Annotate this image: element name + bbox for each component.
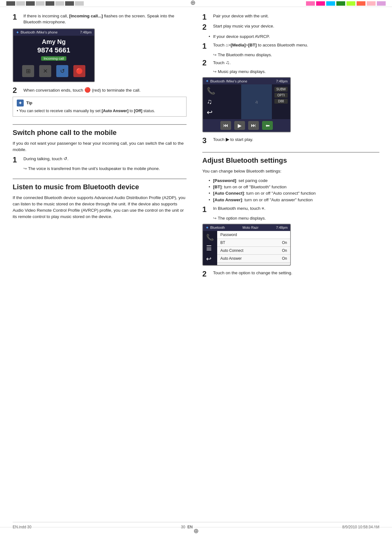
bt-music-steps-section: 1 Pair your device with the unit. 2 Star… [202,13,379,144]
bt-step-5-text: Touch ▶ to start play. [213,137,379,143]
bt-icon-settings: ✦ [205,225,209,230]
settings-row-password: Password [217,231,290,239]
phone-header-text: Bluetooth /Mike's phone [21,30,58,34]
settings-step-num-2: 2 [202,270,211,278]
bt-step-3-text: Touch ⌂>[Media]>[BT] to access Bluetooth… [213,42,379,48]
bar-block-7 [65,1,74,6]
bullet-auto-connect: [Auto Connect]: turn on or off "Auto con… [209,190,379,197]
arrow-icon-3: ↪ [213,69,217,74]
play-button[interactable]: ▶ [234,121,245,130]
confirm-button[interactable]: ⬅ [262,121,273,130]
color-block-lightpink [367,1,376,6]
phone-btn-keypad: ⊞ [22,65,34,77]
section-divider-2 [13,179,187,179]
bt-settings-header-text: Bluetooth [210,226,225,229]
step-num-2: 2 [13,87,21,94]
phone-icon-settings: 📞 [206,234,214,241]
bullet-password: [Password]: set paring code [209,178,379,184]
right-column: 1 Pair your device with the unit. 2 Star… [196,13,379,285]
prev-button[interactable]: ⏮ [220,121,231,130]
settings-step-2-text: Touch on the option to change the settin… [213,270,379,276]
menu-icon-settings: ☰ [206,244,214,252]
top-bar-colors [306,1,386,6]
bt-music-screen-header: ✦ Bluetooth /Mike's phone 7:48pm [203,78,290,84]
switch-call-para: If you do not want your passenger to hea… [13,140,187,153]
phone-header-time: 7:48pm [80,30,92,34]
tip-star-icon: ✦ [17,100,24,106]
bt-settings-body: 📞 ☰ ↩ Password BT On [203,231,290,265]
switch-step-1-sub: ↪ The voice is transferred from the unit… [23,166,187,171]
arrow-icon-4: ↪ [213,216,217,221]
settings-step-1-text: In Bluetooth menu, touch ≡. [213,206,379,212]
phone-btn-transfer: ↺ [56,65,68,77]
bar-block-1 [6,1,15,6]
call-status-badge: Incoming call [41,56,66,61]
phone-icon-row: 📞 [207,87,237,95]
switch-step-1-text: During talking, touch ↺. [23,156,187,162]
bt-music-display: ♫ [241,84,272,119]
settings-row-auto-connect: Auto Connect On [217,247,290,255]
arrow-icon-2: ↪ [213,52,217,57]
bt-bullet-list: If your device support AVRCP. [202,33,379,40]
phone-btn-end-call: 🔴 [73,65,85,77]
bt-step-1: 1 Pair your device with the unit. [202,13,379,21]
bt-step-2-text: Start play music via your device. [213,23,379,29]
center-rotation-icon: ⊕ [190,0,200,8]
switch-step-num-1: 1 [13,156,21,164]
incoming-call-label: [Incoming call...] [69,14,103,18]
switch-call-section: Switch phone call to the mobile If you d… [13,124,187,171]
bt-music-body: 📞 ♫ ↩ ♫ SUBW OPTI [203,84,290,119]
step-1-text: If there is incoming call, [Incoming cal… [23,13,187,25]
bt-step-2: 2 Start play music via your device. [202,23,379,31]
settings-step-1-sub-text: The option menu displays. [218,216,266,221]
end-call-icon: 🔴 [84,87,91,93]
next-button[interactable]: ⏭ [248,121,259,130]
d88-button: D88 [274,99,288,104]
phone-screen-header: ✦ Bluetooth /Mike's phone 7:48pm [13,29,94,36]
phone-screen-incoming: ✦ Bluetooth /Mike's phone 7:48pm Amy Ng … [13,28,95,82]
color-block-orange [357,1,365,6]
bullet-bt: [BT]: turn on or off "Bluetooth" functio… [209,184,379,190]
settings-step-1: 1 In Bluetooth menu, touch ≡. [202,206,379,213]
home-icon: ⌂ [226,43,228,47]
top-bar-blocks [6,1,84,6]
auto-connect-value: On [282,248,287,253]
bt-step-num-3: 1 [202,42,211,50]
caller-number: 9874 5661 [17,46,90,54]
listen-music-title: Listen to music from Bluetooth device [13,183,187,191]
listen-music-para: If the connected Bluetooth device suppor… [13,195,187,220]
incoming-call-section: 1 If there is incoming call, [Incoming c… [13,13,187,117]
bt-step-3-sub: ↪ The Bluetooth menu displays. [213,52,379,57]
settings-step-1-sub: ↪ The option menu displays. [213,216,379,221]
bt-row-label: BT [220,240,225,245]
bullet-auto-answer: [Auto Answer]: turn on or off "Auto answ… [209,197,379,203]
opti-button: OPTI [274,93,288,98]
bar-block-6 [55,1,64,6]
bt-settings-header: ✦ Bluetooth Moto Razr 7:48pm [203,224,290,231]
music-note-icon-large: ♫ [207,98,212,106]
bt-step-num-1: 1 [202,13,211,21]
step-2-text: When conversation ends, touch 🔴 (red) to… [23,87,187,94]
color-block-lime [346,1,355,6]
bt-settings-time: 7:48pm [276,226,288,229]
bt-music-icons: 📞 ♫ ↩ [203,84,241,119]
step-2-end-call: 2 When conversation ends, touch 🔴 (red) … [13,87,187,94]
menu-icon: ≡ [262,206,264,211]
tip-header: ✦ Tip [17,100,182,106]
top-decoration-bar: ⊕ [0,0,392,7]
phone-action-buttons: ⊞ ✕ ↺ 🔴 [17,63,90,79]
adjust-bt-para: You can change below Bluetooth settings: [202,168,379,174]
bt-row-value: On [282,240,287,245]
back-icon-row: ↩ [207,108,237,117]
bt-settings-rows: Password BT On Auto Connect On Auto A [217,231,290,265]
auto-answer-label: [Auto Answer] [101,109,128,113]
bt-step-5: 3 Touch ▶ to start play. [202,137,379,144]
bt-music-side-buttons: SUBW OPTI D88 [272,84,290,119]
color-block-pink [306,1,315,6]
caller-name: Amy Ng [17,38,90,46]
switch-step-1: 1 During talking, touch ↺. [13,156,187,164]
bar-block-5 [46,1,54,6]
color-block-magenta [316,1,325,6]
bt-label: [BT] [248,43,257,47]
bt-step-num-5: 3 [202,137,211,144]
